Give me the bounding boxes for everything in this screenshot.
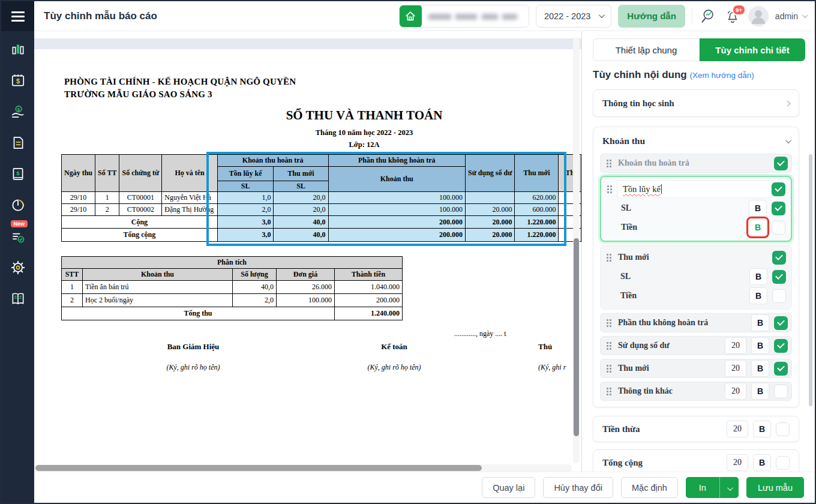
bar-chart-icon[interactable] [10, 41, 26, 58]
report-check-icon[interactable]: New [10, 228, 26, 245]
row-thong-tin-khac: Thông tin khác B [600, 382, 792, 401]
notifications-bell-icon[interactable]: 9+ [724, 7, 742, 25]
table-row: 2 Học 2 buổi/ngày 2,0 100.000 200.000 [62, 294, 403, 307]
blurred-text [428, 14, 518, 20]
visibility-checkbox[interactable] [776, 456, 790, 470]
back-button[interactable]: Quay lại [482, 477, 535, 498]
width-input[interactable] [725, 383, 746, 400]
hamburger-menu-icon[interactable] [1, 1, 34, 31]
sub-sub-header[interactable]: SL [217, 181, 274, 192]
row-label: Phần thu không hoàn trả [618, 318, 708, 328]
bold-toggle-button[interactable]: B [749, 200, 767, 217]
width-input[interactable] [727, 421, 748, 437]
save-template-button[interactable]: Lưu mẫu [746, 477, 804, 498]
settings-gear-icon[interactable] [10, 259, 26, 276]
row-thu-moi-group: Thu mới [605, 248, 787, 266]
width-input[interactable] [725, 360, 746, 377]
signature-date-line: ............, ngày .... t [454, 329, 580, 338]
tab-detail-customization[interactable]: Tùy chỉnh chi tiết [700, 38, 805, 61]
bold-toggle-button[interactable]: B [749, 287, 767, 304]
drag-handle-icon[interactable] [606, 364, 612, 373]
drag-handle-icon[interactable] [606, 319, 612, 327]
default-button[interactable]: Mặc định [621, 477, 678, 498]
visibility-checkbox[interactable] [774, 385, 788, 398]
sub-header[interactable]: Khoản thu [328, 167, 465, 192]
bold-toggle-button[interactable]: B [753, 421, 771, 437]
analysis-title: Phân tích [62, 257, 403, 269]
table-row: 29/10 1 CT00001 Nguyễn Việt Hà 1,0 20,0 … [62, 192, 581, 204]
col-header[interactable]: Số chứng từ [119, 155, 162, 192]
analytics-search-icon[interactable] [699, 7, 717, 25]
bold-toggle-button[interactable]: B [753, 454, 771, 471]
drag-handle-icon[interactable] [607, 185, 613, 193]
cell: 26.000 [277, 281, 335, 294]
row-label: Khoản thu hoàn trả [618, 158, 689, 168]
sub-header[interactable]: Thu mới [274, 167, 328, 181]
visibility-checkbox[interactable] [774, 362, 788, 376]
calendar-money-icon[interactable]: $ [10, 72, 26, 89]
row-thu-moi: Thu mới B [600, 359, 792, 378]
cancel-changes-button[interactable]: Hủy thay đổi [543, 477, 613, 498]
vertical-scrollbar-thumb[interactable] [574, 238, 579, 436]
column-name-input[interactable]: Tồn lũy kế [617, 180, 772, 198]
report-title: SỔ THU VÀ THANH TOÁN [244, 108, 484, 123]
sub-header[interactable]: Tồn lũy kế [217, 167, 274, 181]
bold-toggle-button-highlighted[interactable]: B [749, 219, 767, 236]
visibility-checkbox[interactable] [774, 316, 788, 330]
horizontal-scrollbar[interactable] [34, 464, 572, 472]
visibility-checkbox[interactable] [774, 339, 788, 353]
bold-toggle-button[interactable]: B [751, 314, 769, 331]
panel-scrollbar-thumb[interactable] [809, 154, 812, 406]
width-input[interactable] [725, 337, 746, 354]
student-info-card[interactable]: Thông tin học sinh [593, 89, 799, 117]
visibility-checkbox[interactable] [772, 202, 785, 215]
khoan-thu-section-header[interactable]: Khoản thu [600, 132, 792, 150]
drag-handle-icon[interactable] [606, 341, 612, 350]
cell: 2 [95, 204, 119, 216]
visibility-checkbox[interactable] [772, 270, 786, 284]
visibility-checkbox[interactable] [772, 289, 786, 303]
group-header-khong-hoan-tra[interactable]: Phần thu không hoàn trả [328, 155, 465, 167]
sub-sub-header[interactable]: SL [274, 181, 328, 192]
cash-book-icon[interactable]: $ [10, 166, 26, 182]
home-button[interactable] [400, 5, 422, 28]
cell: 20.000 [465, 229, 514, 242]
group-header-hoan-tra[interactable]: Khoản thu hoàn trả [217, 155, 328, 167]
horizontal-scrollbar-thumb[interactable] [35, 465, 482, 471]
avatar[interactable] [748, 6, 769, 26]
col-header[interactable]: Số TT [95, 155, 119, 192]
drag-handle-icon[interactable] [606, 387, 612, 395]
report-document: PHÒNG TÀI CHÍNH - KẾ HOẠCH QUẬN NGÔ QUYỀ… [34, 31, 581, 473]
visibility-checkbox[interactable] [772, 182, 785, 196]
col-header[interactable]: Họ và tên [162, 155, 218, 192]
col-header[interactable]: Sử dụng số dư [465, 155, 514, 192]
view-guide-link[interactable]: (Xem hướng dẫn) [690, 71, 754, 80]
bold-toggle-button[interactable]: B [751, 383, 769, 400]
document-icon[interactable] [10, 134, 26, 151]
user-menu[interactable]: admin [775, 11, 806, 21]
print-button[interactable]: In [686, 477, 720, 498]
visibility-checkbox[interactable] [776, 422, 790, 436]
school-search-input[interactable] [422, 5, 529, 27]
col-header[interactable]: Thu mới [515, 155, 559, 192]
bold-toggle-button[interactable]: B [751, 337, 769, 354]
school-year-select[interactable]: 2022 - 2023 [536, 5, 611, 28]
library-book-icon[interactable] [10, 290, 26, 307]
width-input[interactable] [727, 454, 748, 471]
drag-handle-icon[interactable] [606, 159, 612, 167]
print-dropdown-button[interactable] [720, 477, 739, 498]
visibility-checkbox[interactable] [774, 157, 788, 170]
pie-chart-icon[interactable] [10, 197, 26, 214]
visibility-checkbox[interactable] [772, 221, 785, 235]
svg-text:$: $ [16, 77, 19, 85]
guide-button[interactable]: Hướng dẫn [618, 5, 685, 28]
vertical-scrollbar[interactable] [573, 37, 580, 463]
visibility-checkbox[interactable] [772, 251, 786, 265]
tab-general-settings[interactable]: Thiết lập chung [593, 38, 700, 61]
bold-toggle-button[interactable]: B [751, 360, 769, 377]
drag-handle-icon[interactable] [606, 253, 612, 262]
col-header[interactable]: Ngày thu [62, 155, 95, 192]
row-ton-luy-ke: Tồn lũy kế [605, 180, 787, 198]
bold-toggle-button[interactable]: B [749, 268, 767, 285]
hand-coin-icon[interactable]: $ [10, 103, 26, 120]
